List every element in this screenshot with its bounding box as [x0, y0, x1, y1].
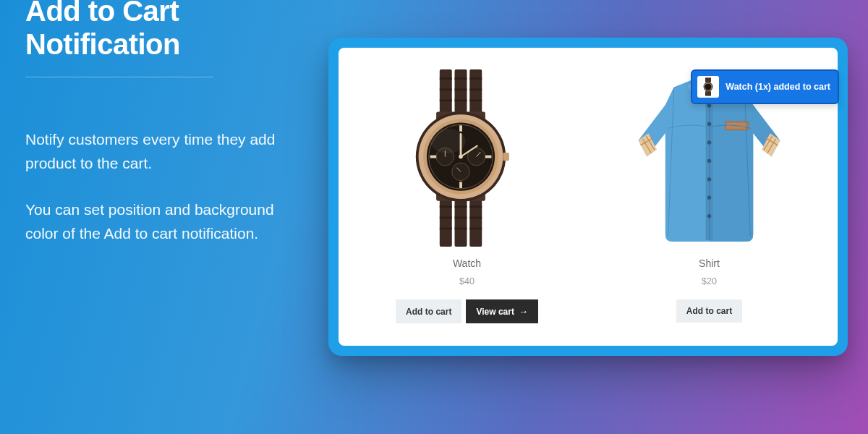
watch-illustration: [396, 69, 537, 247]
svg-rect-15: [455, 99, 467, 101]
svg-rect-1: [705, 91, 711, 95]
product-name: Watch: [453, 258, 481, 269]
product-card-watch: Watch $40 Add to cart View cart →: [360, 64, 574, 333]
view-cart-button[interactable]: View cart →: [466, 299, 537, 323]
page-title: Add to Cart Notification: [25, 0, 300, 61]
svg-point-49: [459, 154, 463, 158]
svg-rect-27: [455, 227, 467, 229]
svg-rect-9: [455, 77, 467, 80]
svg-rect-22: [469, 205, 482, 208]
svg-rect-23: [440, 216, 452, 218]
svg-point-63: [707, 177, 711, 181]
svg-point-50: [430, 128, 466, 153]
svg-rect-25: [469, 216, 482, 218]
view-cart-label: View cart: [476, 307, 514, 317]
description-line-2: You can set position and background colo…: [25, 198, 300, 245]
arrow-right-icon: →: [519, 306, 528, 317]
svg-rect-10: [469, 77, 482, 80]
svg-rect-13: [469, 88, 482, 90]
svg-rect-8: [440, 77, 452, 80]
svg-point-4: [705, 83, 712, 90]
svg-point-62: [707, 158, 711, 162]
product-price: $20: [702, 276, 717, 286]
description-block: Notify customers every time they add pro…: [25, 128, 300, 245]
product-image-watch: [380, 64, 554, 252]
svg-rect-17: [440, 195, 452, 247]
svg-rect-18: [455, 195, 467, 247]
svg-rect-20: [440, 205, 452, 208]
title-divider: [25, 77, 213, 77]
svg-rect-19: [469, 195, 482, 247]
watch-icon: [700, 77, 716, 96]
add-to-cart-toast[interactable]: Watch (1x) added to cart: [691, 69, 839, 104]
toast-message: Watch (1x) added to cart: [726, 82, 830, 92]
product-price: $40: [459, 276, 475, 286]
svg-rect-24: [455, 216, 467, 218]
svg-rect-0: [705, 77, 711, 82]
svg-rect-21: [455, 205, 467, 208]
toast-thumbnail: [697, 76, 719, 98]
description-line-1: Notify customers every time they add pro…: [25, 128, 300, 175]
svg-rect-7: [469, 69, 482, 117]
svg-rect-5: [440, 69, 452, 117]
svg-rect-6: [455, 69, 467, 117]
product-actions: Add to cart View cart →: [396, 299, 538, 323]
svg-rect-16: [469, 99, 482, 101]
svg-rect-35: [503, 152, 509, 160]
svg-point-61: [707, 140, 711, 144]
product-name: Shirt: [699, 258, 720, 269]
svg-point-65: [707, 214, 711, 218]
svg-rect-28: [469, 227, 482, 229]
svg-rect-45: [430, 155, 436, 158]
svg-rect-46: [485, 155, 491, 158]
storefront-preview: Watch (1x) added to cart: [339, 48, 838, 346]
svg-rect-44: [459, 182, 462, 187]
add-to-cart-button[interactable]: Add to cart: [676, 299, 742, 323]
svg-point-64: [707, 195, 711, 199]
product-actions: Add to cart: [676, 299, 742, 323]
svg-rect-14: [440, 99, 452, 101]
svg-rect-43: [459, 125, 462, 131]
add-to-cart-button[interactable]: Add to cart: [396, 299, 461, 323]
svg-rect-11: [440, 88, 452, 90]
preview-frame: Watch (1x) added to cart: [328, 38, 848, 356]
svg-rect-26: [440, 227, 452, 229]
svg-rect-12: [455, 88, 467, 90]
svg-point-60: [707, 122, 711, 125]
